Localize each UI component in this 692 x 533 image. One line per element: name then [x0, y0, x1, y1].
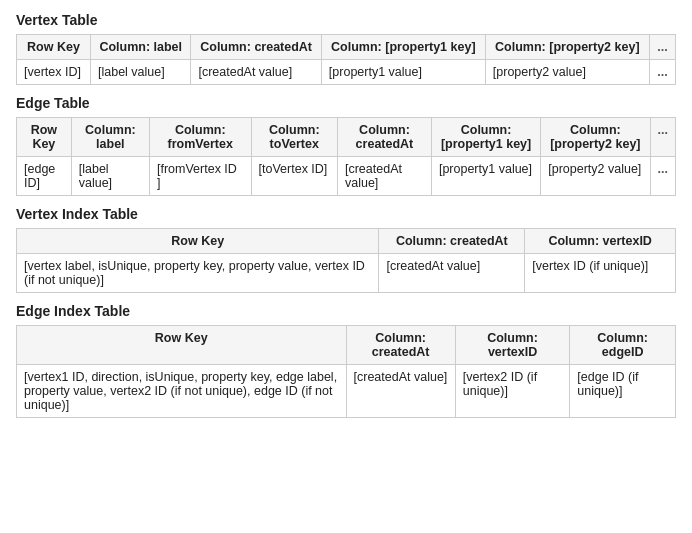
edge-table: Row Key Column: label Column: fromVertex…: [16, 117, 676, 196]
edge-cell-0-3: [toVertex ID]: [251, 157, 337, 196]
edge-table-section: Edge Table Row Key Column: label Column:…: [16, 95, 676, 196]
vertex-cell-0-3: [property1 value]: [321, 60, 485, 85]
vertex-cell-0-2: [createdAt value]: [191, 60, 321, 85]
vertex-col-header-3: Column: [property1 key]: [321, 35, 485, 60]
vertex-table-title: Vertex Table: [16, 12, 676, 28]
edge-col-header-6: Column: [property2 key]: [541, 118, 650, 157]
vertex-cell-0-4: [property2 value]: [485, 60, 649, 85]
edge-col-header-4: Column: createdAt: [337, 118, 431, 157]
vertex-table-header-row: Row Key Column: label Column: createdAt …: [17, 35, 676, 60]
vertex-index-cell-0-2: [vertex ID (if unique)]: [525, 254, 676, 293]
edge-col-header-5: Column: [property1 key]: [431, 118, 540, 157]
table-row: [vertex ID] [label value] [createdAt val…: [17, 60, 676, 85]
vertex-table: Row Key Column: label Column: createdAt …: [16, 34, 676, 85]
edge-index-cell-0-2: [vertex2 ID (if unique)]: [455, 365, 570, 418]
edge-index-col-header-2: Column: vertexID: [455, 326, 570, 365]
edge-col-header-3: Column: toVertex: [251, 118, 337, 157]
edge-col-header-2: Column: fromVertex: [149, 118, 251, 157]
edge-col-header-1: Column: label: [71, 118, 149, 157]
table-row: [edge ID] [label value] [fromVertex ID ]…: [17, 157, 676, 196]
edge-index-table: Row Key Column: createdAt Column: vertex…: [16, 325, 676, 418]
vertex-cell-0-5: ...: [649, 60, 675, 85]
vertex-index-header-row: Row Key Column: createdAt Column: vertex…: [17, 229, 676, 254]
edge-cell-0-0: [edge ID]: [17, 157, 72, 196]
vertex-cell-0-0: [vertex ID]: [17, 60, 91, 85]
edge-cell-0-1: [label value]: [71, 157, 149, 196]
vertex-index-col-header-1: Column: createdAt: [379, 229, 525, 254]
edge-cell-0-4: [createdAt value]: [337, 157, 431, 196]
edge-index-cell-0-3: [edge ID (if unique)]: [570, 365, 676, 418]
edge-col-header-7: ...: [650, 118, 675, 157]
edge-index-col-header-0: Row Key: [17, 326, 347, 365]
table-row: [vertex1 ID, direction, isUnique, proper…: [17, 365, 676, 418]
edge-cell-0-2: [fromVertex ID ]: [149, 157, 251, 196]
edge-table-header-row: Row Key Column: label Column: fromVertex…: [17, 118, 676, 157]
vertex-index-col-header-2: Column: vertexID: [525, 229, 676, 254]
vertex-index-table-title: Vertex Index Table: [16, 206, 676, 222]
vertex-col-header-2: Column: createdAt: [191, 35, 321, 60]
vertex-index-cell-0-0: [vertex label, isUnique, property key, p…: [17, 254, 379, 293]
vertex-index-col-header-0: Row Key: [17, 229, 379, 254]
vertex-col-header-5: ...: [649, 35, 675, 60]
edge-cell-0-6: [property2 value]: [541, 157, 650, 196]
edge-index-cell-0-1: [createdAt value]: [346, 365, 455, 418]
vertex-index-table-section: Vertex Index Table Row Key Column: creat…: [16, 206, 676, 293]
vertex-table-section: Vertex Table Row Key Column: label Colum…: [16, 12, 676, 85]
edge-index-col-header-3: Column: edgeID: [570, 326, 676, 365]
edge-table-title: Edge Table: [16, 95, 676, 111]
edge-index-table-title: Edge Index Table: [16, 303, 676, 319]
vertex-index-cell-0-1: [createdAt value]: [379, 254, 525, 293]
edge-index-col-header-1: Column: createdAt: [346, 326, 455, 365]
edge-index-table-section: Edge Index Table Row Key Column: created…: [16, 303, 676, 418]
vertex-col-header-4: Column: [property2 key]: [485, 35, 649, 60]
vertex-cell-0-1: [label value]: [91, 60, 191, 85]
table-row: [vertex label, isUnique, property key, p…: [17, 254, 676, 293]
edge-index-cell-0-0: [vertex1 ID, direction, isUnique, proper…: [17, 365, 347, 418]
edge-cell-0-5: [property1 value]: [431, 157, 540, 196]
edge-index-header-row: Row Key Column: createdAt Column: vertex…: [17, 326, 676, 365]
vertex-col-header-0: Row Key: [17, 35, 91, 60]
edge-cell-0-7: ...: [650, 157, 675, 196]
vertex-index-table: Row Key Column: createdAt Column: vertex…: [16, 228, 676, 293]
edge-col-header-0: Row Key: [17, 118, 72, 157]
vertex-col-header-1: Column: label: [91, 35, 191, 60]
